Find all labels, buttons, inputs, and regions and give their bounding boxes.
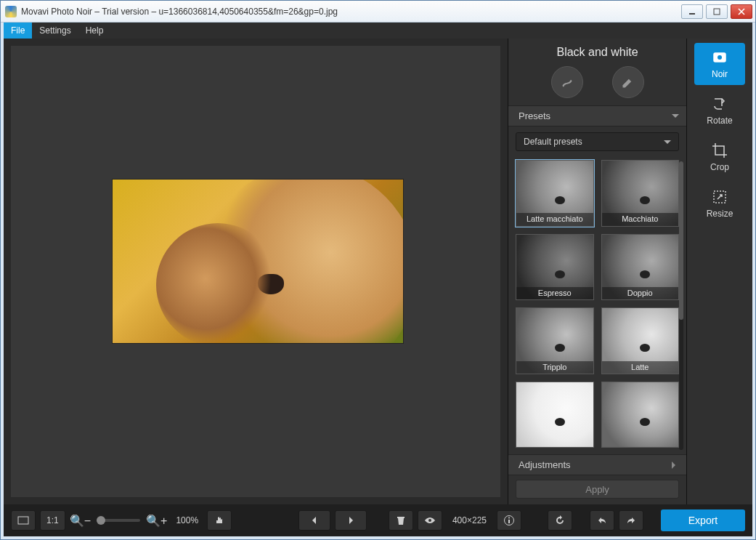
presets-section-header[interactable]: Presets — [508, 105, 686, 126]
menu-item-settings[interactable]: Settings — [32, 23, 78, 39]
preset-thumb[interactable]: Macchiato — [601, 160, 680, 227]
chevron-down-icon — [664, 140, 671, 148]
app-icon — [5, 6, 17, 17]
tool-label: Noir — [712, 69, 728, 79]
svg-point-3 — [718, 55, 722, 60]
svg-rect-5 — [18, 517, 28, 524]
tool-label: Resize — [707, 209, 733, 219]
tool-crop[interactable]: Crop — [694, 136, 745, 178]
pan-hand-button[interactable] — [207, 510, 232, 531]
svg-rect-1 — [714, 9, 720, 15]
menu-item-file[interactable]: File — [4, 23, 32, 39]
dropdown-value: Default presets — [524, 137, 582, 147]
erase-mask-brush-button[interactable] — [612, 66, 644, 98]
svg-point-8 — [508, 517, 510, 519]
preset-thumb[interactable] — [516, 382, 594, 448]
preset-thumb[interactable] — [601, 382, 680, 448]
undo-button[interactable] — [590, 510, 614, 531]
window-controls — [678, 4, 752, 19]
main-area: Black and white Presets Default presets … — [4, 39, 752, 504]
window-titlebar: Movavi Photo Noir – Trial version – u=13… — [1, 1, 755, 23]
adjustments-label: Adjustments — [519, 459, 571, 470]
preset-label: Espresso — [516, 287, 593, 299]
redo-button[interactable] — [619, 510, 643, 531]
preset-label: Latte — [602, 361, 679, 374]
canvas-viewport[interactable] — [11, 46, 500, 497]
zoom-slider[interactable] — [97, 519, 140, 522]
zoom-out-icon[interactable]: 🔍− — [70, 514, 91, 528]
adjustments-section-header[interactable]: Adjustments — [508, 454, 686, 475]
tool-label: Rotate — [707, 116, 732, 126]
preset-scrollbar[interactable] — [679, 161, 683, 450]
window-title: Movavi Photo Noir – Trial version – u=13… — [21, 7, 678, 17]
delete-button[interactable] — [389, 510, 413, 531]
tool-column: NoirRotateCropResize — [687, 39, 752, 504]
side-panel: Black and white Presets Default presets … — [508, 39, 687, 504]
panel-title: Black and white — [508, 39, 686, 63]
preset-thumb[interactable]: Doppio — [601, 234, 680, 301]
minimize-button[interactable] — [681, 4, 703, 19]
next-image-button[interactable] — [335, 510, 367, 531]
fit-screen-button[interactable] — [11, 510, 36, 531]
add-mask-brush-button[interactable] — [551, 66, 583, 98]
maximize-button[interactable] — [706, 4, 728, 19]
preset-grid: Latte macchiatoMacchiatoEspressoDoppioTr… — [508, 157, 683, 451]
chevron-right-icon — [672, 462, 679, 469]
zoom-in-icon[interactable]: 🔍+ — [146, 514, 167, 528]
canvas-area — [4, 39, 508, 504]
app-body: FileSettingsHelp Black and white — [4, 23, 752, 536]
preview-eye-button[interactable] — [418, 510, 442, 531]
preset-collection-dropdown[interactable]: Default presets — [516, 132, 679, 151]
export-button[interactable]: Export — [661, 509, 745, 531]
tool-resize[interactable]: Resize — [694, 182, 745, 225]
image-dimensions-label: 400×225 — [452, 515, 487, 525]
apply-button[interactable]: Apply — [516, 480, 679, 499]
actual-size-button[interactable]: 1:1 — [40, 510, 65, 531]
preset-thumb[interactable]: Tripplo — [516, 307, 594, 374]
preset-label: Latte macchiato — [516, 213, 593, 225]
preset-thumb[interactable]: Latte — [601, 307, 680, 374]
preset-thumb[interactable]: Espresso — [516, 234, 594, 301]
preset-thumb[interactable]: Latte macchiato — [516, 160, 594, 227]
chevron-down-icon — [672, 114, 679, 121]
preset-scroll-area: Latte macchiatoMacchiatoEspressoDoppioTr… — [508, 157, 683, 454]
zoom-percent-label: 100% — [176, 515, 198, 525]
preset-label: Macchiato — [602, 213, 679, 225]
svg-rect-7 — [508, 520, 510, 523]
menubar: FileSettingsHelp — [4, 23, 752, 39]
prev-image-button[interactable] — [298, 510, 330, 531]
photo-preview — [113, 180, 403, 343]
close-button[interactable] — [731, 4, 752, 19]
preset-label: Doppio — [602, 287, 679, 299]
brush-tools-row — [508, 63, 686, 105]
preset-label: Tripplo — [516, 361, 593, 374]
tool-rotate[interactable]: Rotate — [694, 89, 745, 132]
zoom-group: 🔍− 🔍+ — [70, 514, 168, 528]
menu-item-help[interactable]: Help — [78, 23, 111, 39]
bottom-toolbar: 1:1 🔍− 🔍+ 100% 400×225 Export — [4, 504, 752, 536]
tool-noir[interactable]: Noir — [694, 43, 745, 85]
rotate-button[interactable] — [548, 510, 572, 531]
presets-label: Presets — [519, 110, 550, 121]
info-button[interactable] — [497, 510, 521, 531]
tool-label: Crop — [710, 162, 729, 172]
svg-rect-0 — [689, 13, 695, 15]
